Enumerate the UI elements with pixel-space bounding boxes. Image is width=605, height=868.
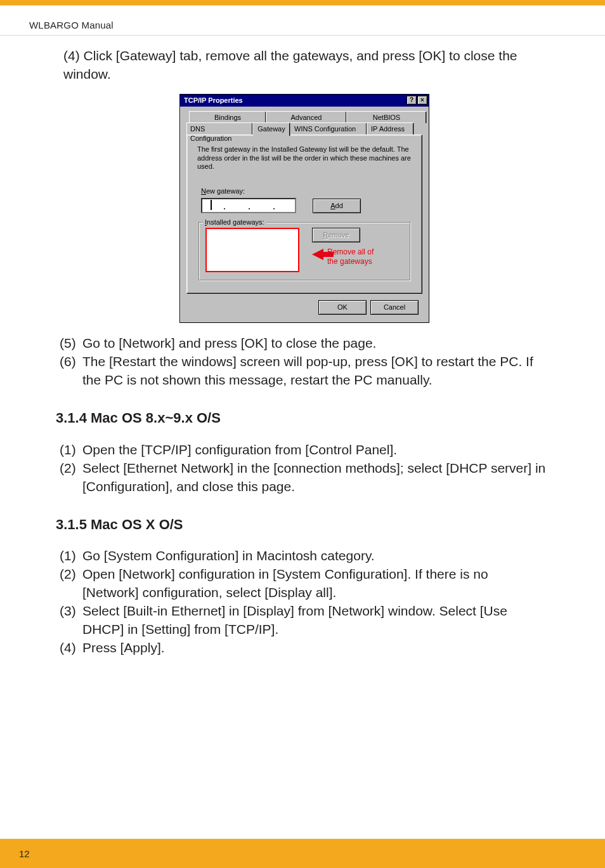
tab-gateway[interactable]: Gateway	[252, 122, 290, 136]
annotation-line-2: the gateways	[327, 257, 374, 266]
tab-netbios[interactable]: NetBIOS	[346, 111, 427, 123]
top-accent-strip	[0, 0, 605, 6]
macx-step-2: Open [Network] configuration in [System …	[82, 565, 548, 602]
step-4-text: (4) Click [Gateway] tab, remove all the …	[61, 47, 548, 84]
macx-step-1: Go [System Configuration] in Macintosh c…	[82, 547, 548, 565]
macx-num-3: (3)	[60, 602, 82, 639]
ok-button[interactable]: OK	[318, 300, 367, 315]
remove-button[interactable]: Remove	[312, 228, 360, 242]
annotation-text: Remove all of the gateways	[327, 247, 374, 266]
titlebar-help-button[interactable]: ?	[407, 96, 417, 105]
tab-bindings[interactable]: Bindings	[189, 111, 266, 123]
mac9-step-2: Select [Ethernet Network] in the [connec…	[82, 459, 548, 496]
macosx-steps: (1)Go [System Configuration] in Macintos…	[60, 547, 548, 657]
macos9-steps: (1)Open the [TCP/IP] configuration from …	[60, 441, 548, 496]
dialog-titlebar: TCP/IP Properties ? ×	[180, 95, 429, 107]
tab-strip: Bindings Advanced NetBIOS DNS Configurat…	[186, 111, 422, 135]
steps-5-6: (5)Go to [Network] and press [OK] to clo…	[60, 334, 548, 390]
num-5: (5)	[60, 334, 82, 353]
mac9-num-2: (2)	[60, 459, 82, 496]
header-rule	[0, 35, 605, 36]
tcpip-properties-dialog: TCP/IP Properties ? × Bindings Advanced …	[179, 94, 429, 323]
dialog-wrapper: TCP/IP Properties ? × Bindings Advanced …	[61, 84, 548, 334]
new-gateway-label: New gateway:	[201, 187, 413, 196]
mac9-num-1: (1)	[60, 441, 82, 459]
installed-gateways-listbox[interactable]	[205, 228, 299, 272]
mac9-step-1: Open the [TCP/IP] configuration from [Co…	[82, 441, 548, 459]
macx-step-4: Press [Apply].	[82, 639, 548, 657]
macx-num-1: (1)	[60, 547, 82, 565]
heading-macos9: 3.1.4 Mac OS 8.x~9.x O/S	[56, 409, 548, 428]
macx-num-4: (4)	[60, 639, 82, 657]
installed-gateways-group: Installed gateways: Remove Remove all of…	[198, 222, 410, 280]
heading-macosx: 3.1.5 Mac OS X O/S	[56, 515, 548, 534]
num-6: (6)	[60, 353, 82, 390]
footer-bar: 12	[0, 839, 605, 868]
add-button[interactable]: Add	[313, 199, 361, 213]
dialog-title: TCP/IP Properties	[184, 96, 243, 105]
macx-num-2: (2)	[60, 565, 82, 602]
titlebar-close-button[interactable]: ×	[417, 96, 427, 105]
tab-ip-address[interactable]: IP Address	[367, 122, 414, 135]
tab-dns-configuration[interactable]: DNS Configuration	[186, 122, 253, 135]
manual-title: WLBARGO Manual	[0, 6, 605, 30]
new-gateway-input[interactable]	[201, 198, 296, 213]
cancel-button[interactable]: Cancel	[370, 300, 419, 315]
tab-wins-configuration[interactable]: WINS Configuration	[290, 122, 367, 135]
page-number: 12	[19, 848, 30, 859]
tab-advanced[interactable]: Advanced	[266, 111, 347, 123]
macx-step-3: Select [Built-in Ethernet] in [Display] …	[82, 602, 548, 639]
dialog-button-row: OK Cancel	[186, 294, 422, 316]
step-5-text: Go to [Network] and press [OK] to close …	[82, 334, 548, 353]
remove-all-annotation: Remove all of the gateways	[312, 247, 374, 266]
red-arrow-icon	[312, 249, 323, 260]
page-content: (4) Click [Gateway] tab, remove all the …	[0, 30, 605, 657]
tab-page-gateway: The first gateway in the Installed Gatew…	[186, 135, 422, 294]
annotation-line-1: Remove all of	[327, 247, 374, 256]
installed-gateways-label: Installed gateways:	[203, 218, 266, 227]
dialog-body: Bindings Advanced NetBIOS DNS Configurat…	[180, 107, 429, 322]
gateway-description: The first gateway in the Installed Gatew…	[196, 145, 413, 187]
step-6-text: The [Restart the windows] screen will po…	[82, 353, 548, 390]
